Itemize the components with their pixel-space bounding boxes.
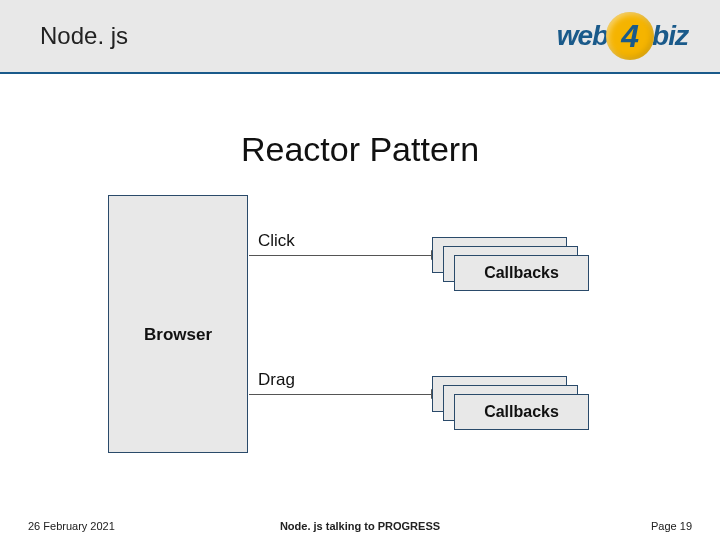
header-bar: Node. js web 4 biz — [0, 0, 720, 72]
reactor-diagram: Browser Click Callbacks Drag Callbacks — [0, 195, 720, 465]
footer: Node. js talking to PROGRESS 26 February… — [0, 512, 720, 540]
callbacks-drag-label: Callbacks — [454, 394, 589, 430]
callbacks-stack-drag: Callbacks — [432, 376, 590, 430]
logo-circle-icon: 4 — [606, 12, 654, 60]
arrow-drag-line — [249, 394, 431, 395]
header-title: Node. js — [40, 22, 128, 50]
logo-web4biz: web 4 biz — [557, 12, 688, 60]
event-drag-label: Drag — [258, 370, 295, 390]
browser-box — [108, 195, 248, 453]
callbacks-stack-click: Callbacks — [432, 237, 590, 291]
footer-date: 26 February 2021 — [28, 520, 115, 532]
logo-text-4: 4 — [621, 18, 639, 55]
arrow-click-line — [249, 255, 431, 256]
slide-title: Reactor Pattern — [0, 130, 720, 169]
footer-page: Page 19 — [651, 520, 692, 532]
event-click-label: Click — [258, 231, 295, 251]
browser-label: Browser — [108, 325, 248, 345]
logo-text-biz: biz — [652, 20, 688, 52]
logo-text-web: web — [557, 20, 608, 52]
header-underline — [0, 72, 720, 74]
callbacks-click-label: Callbacks — [454, 255, 589, 291]
